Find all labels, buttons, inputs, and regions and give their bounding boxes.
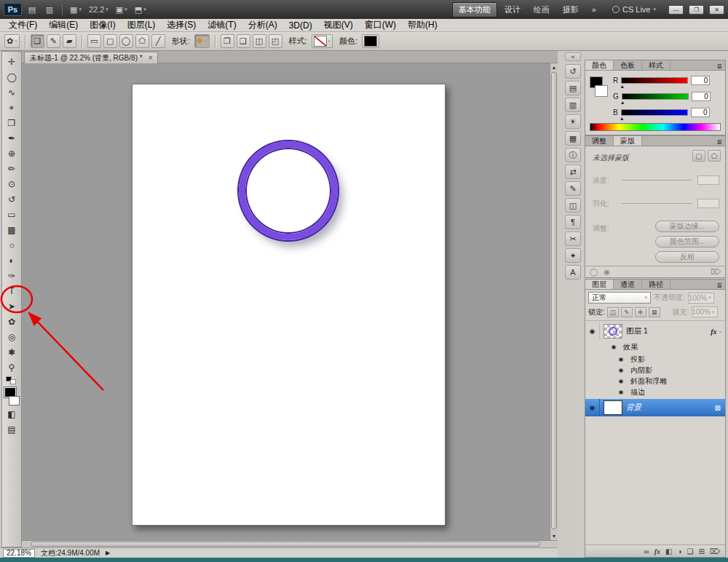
effect-row-bevel-emboss[interactable]: ◉ 斜面和浮雕 (585, 376, 725, 387)
menu-help[interactable]: 帮助(H) (402, 20, 443, 31)
blue-slider-handle-icon[interactable]: ▲ (620, 116, 625, 121)
zoom-level-dropdown[interactable]: 22.2▾ (87, 3, 111, 16)
red-value-input[interactable]: 0 (691, 76, 710, 85)
clone-stamp-tool[interactable]: ⊙ (3, 177, 20, 191)
effect-row-drop-shadow[interactable]: ◉ 投影 (585, 354, 725, 365)
green-slider-handle-icon[interactable]: ▲ (620, 100, 625, 105)
menu-analysis[interactable]: 分析(A) (242, 20, 283, 31)
delete-layer-icon[interactable]: ⌦ (710, 547, 720, 555)
minimize-button[interactable]: — (668, 5, 684, 15)
apply-mask-icon[interactable]: ◉ (604, 268, 610, 276)
exclude-shape-icon[interactable]: ◰ (269, 34, 282, 48)
visibility-eye-icon[interactable]: ◉ (616, 356, 626, 363)
tab-channels[interactable]: 通道 (614, 280, 642, 289)
color-range-button[interactable]: 颜色范围... (655, 236, 719, 248)
layer1-thumbnail[interactable] (604, 324, 622, 339)
visibility-eye-icon[interactable]: ◉ (585, 399, 600, 416)
blur-tool[interactable]: ○ (3, 238, 20, 253)
menu-image[interactable]: 图像(I) (84, 20, 121, 31)
app-logo[interactable]: Ps (4, 3, 22, 16)
cs-live-button[interactable]: CS Live ▾ (612, 5, 656, 14)
vertical-scrollbar[interactable]: ▲ ▼ (550, 63, 558, 540)
clone-source-panel-icon[interactable]: ▦ (565, 131, 581, 146)
blend-mode-select[interactable]: 正常▾ (588, 292, 651, 304)
workspace-more-button[interactable]: » (586, 4, 602, 15)
tool-preset-icon[interactable]: ✿▾ (4, 34, 20, 48)
shape-layers-mode-icon[interactable]: ❏ (31, 34, 44, 48)
menu-window[interactable]: 窗口(W) (359, 20, 402, 31)
load-selection-icon[interactable]: ◯ (590, 268, 598, 276)
invert-button[interactable]: 反相 (655, 251, 719, 263)
tab-adjustments[interactable]: 调整 (585, 136, 614, 146)
status-menu-arrow-icon[interactable]: ▶ (106, 550, 110, 556)
info-panel-icon[interactable]: ⓘ (565, 148, 581, 162)
effect-row-stroke[interactable]: ◉ 描边 (585, 387, 725, 397)
canvas-area[interactable]: ▲ ▼ (22, 63, 558, 540)
custom-shape-tool[interactable]: ✿ (3, 314, 20, 329)
navigator-panel-icon[interactable]: ▤ (565, 81, 581, 95)
arrange-documents-icon[interactable]: ▣▾ (114, 3, 130, 16)
visibility-eye-icon[interactable]: ◉ (585, 322, 600, 340)
close-button[interactable]: ✕ (709, 5, 724, 15)
history-brush-tool[interactable]: ↺ (3, 192, 20, 207)
quick-selection-tool[interactable]: ⌖ (3, 100, 20, 115)
workspace-essentials-button[interactable]: 基本功能 (452, 2, 497, 17)
effect-row-inner-shadow[interactable]: ◉ 内阴影 (585, 365, 725, 376)
background-thumbnail[interactable] (604, 400, 622, 415)
dodge-tool[interactable]: ◐ (3, 253, 20, 268)
add-layer-style-icon[interactable]: fx (654, 547, 660, 555)
effects-header-row[interactable]: ◉ 效果 (585, 341, 725, 352)
styles-panel-icon[interactable]: ✦ (565, 248, 581, 263)
add-layer-mask-icon[interactable]: ◧ (665, 547, 672, 555)
panel-background-swatch[interactable] (595, 85, 608, 97)
paths-panel-icon[interactable]: ✎ (565, 181, 581, 196)
gradient-tool[interactable]: ▩ (3, 223, 20, 237)
green-slider[interactable]: ▲ (622, 93, 689, 100)
background-layer-name[interactable]: 背景 (626, 403, 641, 413)
menu-3d[interactable]: 3D(D) (283, 20, 318, 31)
polygon-tool-icon[interactable]: ⬠ (135, 34, 149, 48)
rectangle-tool-icon[interactable]: ▭ (87, 34, 101, 48)
tab-layers[interactable]: 图层 (585, 280, 614, 289)
menu-select[interactable]: 选择(S) (161, 20, 202, 31)
blue-slider[interactable]: ▲ (621, 109, 688, 116)
tab-color[interactable]: 颜色 (585, 60, 614, 70)
tab-masks[interactable]: 蒙版 (614, 136, 642, 146)
scroll-down-icon[interactable]: ▼ (550, 532, 558, 540)
bridge-launch-icon[interactable]: ▤ (25, 3, 39, 16)
eyedropper-tool[interactable]: ✒ (3, 131, 20, 146)
layer1-name[interactable]: 图层 1 (626, 326, 648, 336)
custom-shape-picker[interactable]: ❋▾ (194, 34, 210, 48)
marquee-tool[interactable]: ◯ (3, 70, 20, 84)
scroll-up-icon[interactable]: ▲ (550, 63, 558, 71)
move-tool[interactable]: ✛ (3, 55, 20, 69)
link-layers-icon[interactable]: ∞ (644, 547, 649, 555)
brush-tool[interactable]: ✏ (3, 162, 20, 176)
subtract-from-shape-icon[interactable]: ❑ (237, 34, 250, 48)
red-slider-handle-icon[interactable]: ▲ (620, 84, 625, 89)
visibility-eye-icon[interactable]: ◉ (616, 389, 626, 395)
opacity-input[interactable]: 100%▾ (688, 293, 714, 304)
ellipse-tool-icon[interactable]: ◯ (119, 34, 133, 48)
mask-edge-button[interactable]: 蒙版边缘... (655, 221, 719, 232)
style-picker[interactable]: ▾ (312, 34, 333, 48)
workspace-design-button[interactable]: 设计 (499, 3, 526, 17)
document-tab[interactable]: 未标题-1 @ 22.2% (背景, RGB/8) * × (24, 52, 158, 63)
status-zoom-input[interactable]: 22.18% (3, 549, 35, 558)
tab-styles[interactable]: 样式 (642, 60, 670, 70)
panel-menu-icon[interactable]: ≣ (713, 138, 725, 146)
horizontal-scroll-thumb[interactable] (31, 542, 540, 547)
default-colors-icon[interactable] (3, 376, 20, 385)
actions-panel-icon[interactable]: ✂ (565, 231, 581, 246)
background-color-swatch[interactable] (9, 396, 20, 405)
tab-swatches[interactable]: 色板 (614, 60, 642, 70)
add-vector-mask-icon[interactable]: ⬠ (708, 150, 721, 162)
character-panel-icon[interactable]: A (565, 265, 581, 280)
mini-bridge-icon[interactable]: ▥ (42, 3, 57, 16)
line-tool-icon[interactable]: ╱ (151, 34, 165, 48)
history-panel-icon[interactable]: ↺ (565, 64, 581, 79)
crop-tool[interactable]: ❒ (3, 116, 20, 130)
lasso-tool[interactable]: ∿ (3, 85, 20, 100)
zoom-tool[interactable]: ⚲ (3, 360, 20, 375)
panel-menu-icon[interactable]: ≣ (713, 282, 725, 289)
